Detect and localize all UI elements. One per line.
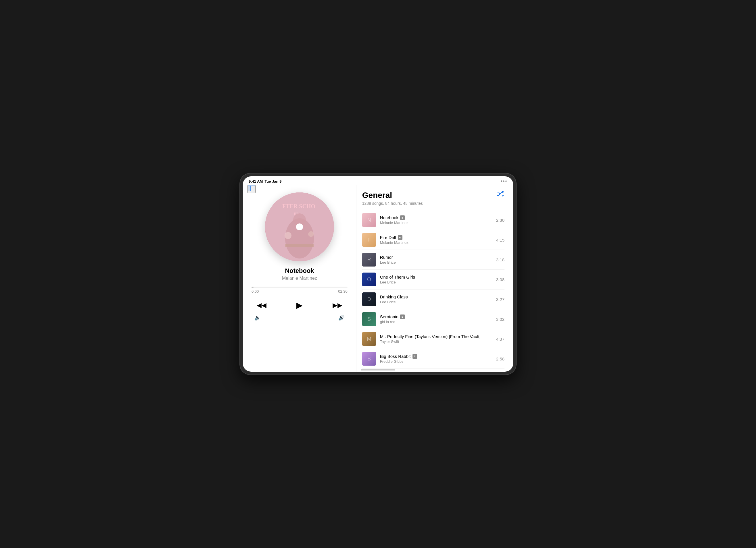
- song-info: Fire Drill E Melanie Martinez: [380, 235, 492, 245]
- shuffle-button[interactable]: [497, 191, 504, 199]
- song-name-row: Rumor: [380, 255, 492, 260]
- song-name-row: One of Them Girls: [380, 274, 492, 279]
- volume-row: 🔈 🔊: [252, 314, 348, 321]
- svg-text:M: M: [367, 336, 371, 342]
- screen: 9:41 AM Tue Jan 9 •••: [243, 176, 513, 372]
- svg-rect-0: [248, 186, 251, 191]
- svg-rect-12: [285, 244, 314, 247]
- song-artist-text: Lee Brice: [380, 260, 492, 265]
- song-name-row: Fire Drill E: [380, 235, 492, 240]
- now-playing-artist: Melanie Martinez: [282, 276, 317, 281]
- more-button[interactable]: •••: [501, 179, 507, 184]
- song-info: Rumor Lee Brice: [380, 255, 492, 265]
- ipad-device: 9:41 AM Tue Jan 9 •••: [240, 174, 516, 374]
- current-time: 0:00: [252, 289, 259, 293]
- main-content: FTER SCHO EP: [243, 185, 513, 372]
- svg-text:FTER SCHO: FTER SCHO: [282, 203, 315, 210]
- song-list-panel[interactable]: General 1288 songs, 84 hours, 48 minutes: [356, 185, 513, 372]
- song-row[interactable]: N Notebook E Melanie Martinez 2:30: [362, 210, 504, 230]
- playlist-title: General: [362, 191, 423, 200]
- explicit-badge: E: [412, 354, 417, 359]
- svg-text:F: F: [367, 237, 371, 243]
- total-time: 02:30: [338, 289, 348, 293]
- song-title-text: Big Boss Rabbit: [380, 354, 411, 359]
- song-thumbnail: B: [362, 352, 376, 366]
- song-duration: 3:18: [496, 257, 504, 262]
- song-name-row: Mr. Perfectly Fine (Taylor's Version) [F…: [380, 334, 492, 339]
- song-title-text: Drinking Class: [380, 294, 408, 299]
- svg-text:D: D: [367, 296, 371, 302]
- song-artist-text: girl in red: [380, 320, 492, 324]
- svg-text:B: B: [367, 356, 371, 361]
- song-info: Notebook E Melanie Martinez: [380, 215, 492, 225]
- playlist-header: General 1288 songs, 84 hours, 48 minutes: [362, 191, 423, 210]
- song-duration: 4:37: [496, 336, 504, 341]
- song-title-text: Serotonin: [380, 314, 398, 319]
- playlist-meta: 1288 songs, 84 hours, 48 minutes: [362, 201, 423, 206]
- play-button[interactable]: ▶: [294, 298, 305, 312]
- progress-fill: [252, 286, 254, 287]
- song-row[interactable]: S Serotonin E girl in red 3:02: [362, 309, 504, 329]
- song-thumbnail: N: [362, 213, 376, 227]
- song-info: Drinking Class Lee Brice: [380, 294, 492, 304]
- song-title-text: Fire Drill: [380, 235, 396, 240]
- forward-button[interactable]: ▶▶: [330, 299, 345, 311]
- explicit-badge: E: [398, 235, 402, 240]
- status-left: 9:41 AM Tue Jan 9: [249, 179, 281, 184]
- song-artist-text: Lee Brice: [380, 300, 492, 304]
- svg-text:S: S: [367, 316, 371, 322]
- song-title-text: Notebook: [380, 215, 398, 220]
- song-thumbnail: O: [362, 273, 376, 286]
- status-time: 9:41 AM: [249, 179, 263, 184]
- song-row[interactable]: O One of Them Girls Lee Brice 3:08: [362, 270, 504, 289]
- song-row[interactable]: F Fire Drill E Melanie Martinez 4:15: [362, 230, 504, 250]
- player-panel: FTER SCHO EP: [243, 185, 356, 372]
- progress-container: 0:00 02:30: [252, 286, 348, 293]
- song-artist-text: Freddie Gibbs: [380, 359, 492, 363]
- volume-high-icon: 🔊: [338, 314, 345, 321]
- sidebar-toggle-button[interactable]: [247, 185, 256, 193]
- song-duration: 3:02: [496, 317, 504, 322]
- album-svg: FTER SCHO EP: [265, 193, 334, 262]
- status-date: Tue Jan 9: [264, 179, 281, 184]
- song-name-row: Serotonin E: [380, 314, 492, 319]
- now-playing-title: Notebook: [285, 267, 314, 274]
- svg-point-10: [285, 232, 291, 239]
- song-thumbnail: D: [362, 292, 376, 306]
- song-title-text: Mr. Perfectly Fine (Taylor's Version) [F…: [380, 334, 481, 339]
- song-row[interactable]: D Drinking Class Lee Brice 3:27: [362, 289, 504, 309]
- song-thumbnail: S: [362, 312, 376, 326]
- svg-point-13: [296, 224, 303, 230]
- song-duration: 2:58: [496, 356, 504, 361]
- song-duration: 2:30: [496, 218, 504, 223]
- song-thumbnail: F: [362, 233, 376, 247]
- song-row[interactable]: M Mr. Perfectly Fine (Taylor's Version) …: [362, 329, 504, 349]
- song-info: Serotonin E girl in red: [380, 314, 492, 324]
- progress-times: 0:00 02:30: [252, 289, 348, 293]
- song-row[interactable]: R Rumor Lee Brice 3:18: [362, 250, 504, 270]
- svg-text:N: N: [367, 217, 371, 223]
- home-indicator: [361, 369, 395, 370]
- song-info: One of Them Girls Lee Brice: [380, 274, 492, 284]
- svg-point-11: [308, 231, 314, 237]
- song-row[interactable]: B Big Boss Rabbit E Freddie Gibbs 2:58: [362, 349, 504, 369]
- song-duration: 3:08: [496, 277, 504, 282]
- song-artist-text: Taylor Swift: [380, 339, 492, 344]
- album-art-inner: FTER SCHO EP: [265, 193, 334, 262]
- song-artist-text: Melanie Martinez: [380, 221, 492, 225]
- song-thumbnail: M: [362, 332, 376, 346]
- song-name-row: Notebook E: [380, 215, 492, 220]
- svg-text:R: R: [367, 257, 371, 263]
- album-art: FTER SCHO EP: [265, 193, 334, 262]
- song-title-text: Rumor: [380, 255, 393, 260]
- explicit-badge: E: [400, 314, 405, 319]
- progress-track[interactable]: [252, 286, 348, 287]
- svg-text:O: O: [367, 276, 371, 282]
- song-name-row: Big Boss Rabbit E: [380, 354, 492, 359]
- song-info: Big Boss Rabbit E Freddie Gibbs: [380, 354, 492, 363]
- song-thumbnail: R: [362, 253, 376, 267]
- rewind-button[interactable]: ◀◀: [254, 299, 269, 311]
- song-duration: 4:15: [496, 238, 504, 243]
- song-list: N Notebook E Melanie Martinez 2:30 F: [362, 210, 504, 372]
- playback-controls: ◀◀ ▶ ▶▶: [252, 298, 348, 312]
